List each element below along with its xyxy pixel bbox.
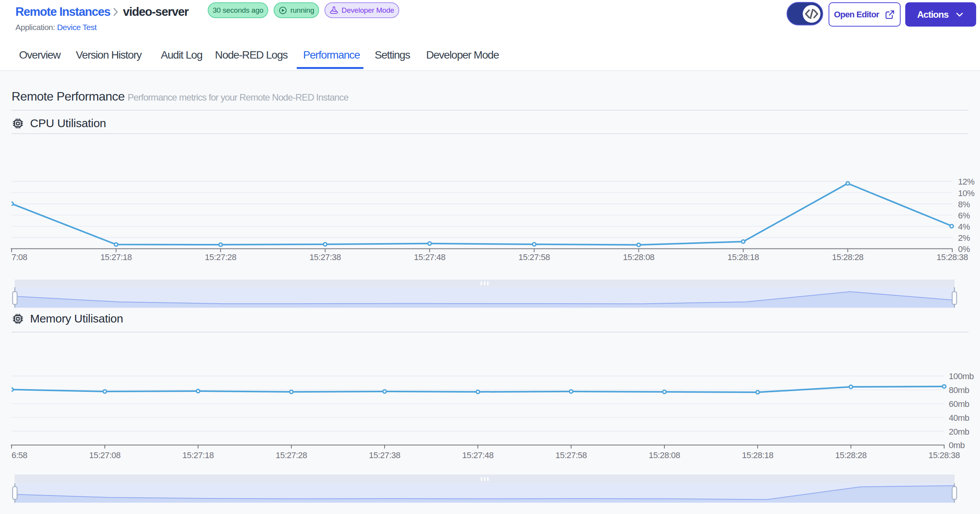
svg-text:15:27:28: 15:27:28	[205, 252, 237, 262]
svg-text:60mb: 60mb	[949, 399, 969, 409]
svg-text:15:28:18: 15:28:18	[742, 450, 773, 460]
svg-text:15:27:58: 15:27:58	[518, 252, 550, 262]
svg-text:6:58: 6:58	[12, 450, 27, 460]
svg-text:15:27:38: 15:27:38	[369, 450, 400, 460]
svg-text:8%: 8%	[958, 200, 970, 209]
svg-text:15:28:38: 15:28:38	[928, 450, 960, 460]
svg-text:15:27:28: 15:27:28	[276, 450, 307, 460]
svg-text:15:27:38: 15:27:38	[309, 252, 341, 262]
svg-text:15:28:28: 15:28:28	[832, 252, 864, 262]
svg-text:15:27:18: 15:27:18	[100, 252, 132, 262]
svg-text:12%: 12%	[958, 177, 975, 186]
svg-text:10%: 10%	[958, 188, 975, 198]
svg-text:15:27:08: 15:27:08	[89, 450, 121, 460]
svg-text:15:28:18: 15:28:18	[728, 252, 759, 262]
svg-text:15:28:08: 15:28:08	[623, 252, 654, 262]
svg-text:15:28:08: 15:28:08	[649, 450, 680, 460]
svg-text:15:27:58: 15:27:58	[555, 450, 587, 460]
svg-text:4%: 4%	[958, 222, 970, 232]
svg-text:2%: 2%	[958, 233, 970, 243]
svg-text:15:27:48: 15:27:48	[462, 450, 494, 460]
svg-text:40mb: 40mb	[949, 413, 969, 423]
svg-text:0mb: 0mb	[949, 440, 965, 450]
svg-text:15:27:48: 15:27:48	[414, 252, 445, 262]
svg-text:15:28:28: 15:28:28	[835, 450, 867, 460]
svg-text:7:08: 7:08	[12, 252, 27, 262]
svg-text:6%: 6%	[958, 211, 970, 220]
svg-text:20mb: 20mb	[949, 427, 969, 437]
svg-text:0%: 0%	[958, 244, 970, 254]
svg-text:80mb: 80mb	[949, 385, 969, 395]
svg-text:15:27:18: 15:27:18	[182, 450, 214, 460]
svg-text:100mb: 100mb	[949, 371, 974, 381]
